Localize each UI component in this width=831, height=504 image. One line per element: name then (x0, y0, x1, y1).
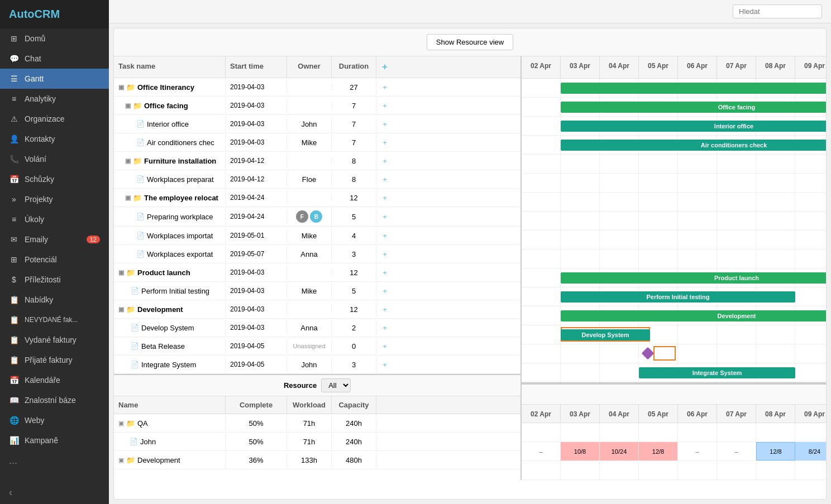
sidebar-item-gantt[interactable]: ☰ Gantt (0, 69, 109, 89)
collapse-icon[interactable]: ▣ (118, 457, 124, 464)
chat-icon: 💬 (9, 54, 19, 63)
add-subtask[interactable]: + (376, 265, 393, 280)
collapse-icon[interactable]: ▣ (118, 420, 124, 427)
task-start: 2019-05-07 (226, 247, 287, 261)
resource-filter-select[interactable]: All (321, 378, 351, 392)
resource-filter-bar: Resource All (114, 375, 520, 396)
sidebar-item-label: NEVYDANÉ fak... (25, 316, 78, 324)
gantt-bar-interior-office[interactable]: Interior office (561, 121, 827, 132)
add-subtask[interactable]: + (376, 80, 393, 95)
collapse-icon[interactable]: ▣ (125, 102, 131, 109)
sidebar-item-prijate[interactable]: 📋 Přijaté faktury (0, 350, 109, 370)
web-icon: 🌐 (9, 416, 19, 425)
task-duration: 5 (332, 209, 376, 224)
add-subtask[interactable]: + (376, 228, 393, 243)
sidebar-item-label: Analytiky (25, 94, 56, 103)
task-start: 2019-04-03 (226, 265, 287, 280)
sidebar-item-potencial[interactable]: ⊞ Potenciál (0, 249, 109, 270)
col-owner: Owner (287, 56, 332, 78)
file-icon: 📄 (131, 361, 139, 368)
table-row: 📄 Preparing workplace 2019-04-24 F B 5 + (114, 207, 520, 227)
task-name: Interior office (147, 120, 189, 128)
file-icon: 📄 (136, 175, 145, 183)
collapse-icon[interactable]: ▣ (125, 194, 131, 201)
sidebar-item-chat[interactable]: 💬 Chat (0, 49, 109, 69)
sidebar-item-schuzky[interactable]: 📅 Schůzky (0, 169, 109, 189)
collapse-icon[interactable]: ▣ (125, 157, 131, 165)
sidebar-item-vydane[interactable]: 📋 Vydané faktury (0, 330, 109, 350)
add-subtask[interactable]: + (376, 284, 393, 299)
add-subtask[interactable]: + (376, 357, 393, 372)
chart-row: Development (522, 306, 827, 325)
date-col: 03 Apr (561, 56, 600, 78)
sidebar-more[interactable]: ... (0, 450, 109, 471)
sidebar-item-organizace[interactable]: ⚠ Organizace (0, 109, 109, 129)
gantt-bar-product-launch[interactable]: Product launch (561, 272, 827, 284)
add-subtask[interactable]: + (376, 320, 393, 335)
sidebar-item-kontakty[interactable]: 👤 Kontakty (0, 129, 109, 149)
task-name-cell: 📄 Preparing workplace (114, 209, 226, 224)
calendars-icon: 📅 (9, 376, 19, 385)
table-row: 📄 Workplaces exportat 2019-05-07 Anna 3 … (114, 245, 520, 263)
chart-cell (717, 212, 756, 230)
chart-cell (600, 174, 639, 192)
collapse-icon[interactable]: ▣ (118, 84, 124, 91)
resource-date-headers: 02 Apr 03 Apr 04 Apr 05 Apr 06 Apr 07 Ap… (522, 405, 827, 423)
sidebar-item-kampane[interactable]: 📊 Kampaně (0, 430, 109, 450)
gantt-bar-office-itinerancy[interactable] (561, 83, 827, 94)
sidebar-item-prilezitosti[interactable]: $ Příležitosti (0, 270, 109, 290)
add-subtask[interactable]: + (376, 247, 393, 262)
add-subtask[interactable]: + (376, 302, 393, 317)
sidebar-item-nabidky[interactable]: 📋 Nabídky (0, 290, 109, 310)
sidebar-collapse[interactable]: ‹ (0, 481, 109, 504)
add-subtask[interactable]: + (376, 153, 393, 169)
gantt-bar-office-facing[interactable]: Office facing (561, 102, 827, 113)
sidebar-item-emaily[interactable]: ✉ Emaily 12 (0, 229, 109, 249)
add-subtask[interactable]: + (376, 209, 393, 224)
gantt-bar-air-conditioners[interactable]: Air conditioners check (561, 140, 827, 151)
add-subtask[interactable]: + (376, 172, 393, 187)
add-subtask[interactable]: + (376, 117, 393, 132)
sidebar-item-projekty[interactable]: » Projekty (0, 189, 109, 209)
gantt-bar-integrate-system[interactable]: Integrate System (639, 367, 795, 378)
chart-cell (678, 249, 717, 268)
collapse-icon[interactable]: ▣ (118, 306, 124, 313)
email-badge: 12 (87, 236, 100, 243)
add-task-icon[interactable]: + (382, 62, 387, 71)
add-subtask[interactable]: + (376, 190, 393, 205)
task-owner (287, 157, 332, 164)
projects-icon: » (9, 195, 19, 204)
col-add[interactable]: + (376, 56, 393, 78)
table-row: 📄 Perform Initial testing 2019-04-03 Mik… (114, 282, 520, 300)
search-input[interactable] (733, 4, 822, 18)
sidebar-item-analytiky[interactable]: ≡ Analytiky (0, 89, 109, 109)
gantt-bar-perform-initial-testing[interactable]: Perform Initial testing (561, 291, 795, 303)
knowledge-icon: 📖 (9, 396, 19, 405)
sidebar-item-weby[interactable]: 🌐 Weby (0, 410, 109, 430)
gantt-bar-develop-system[interactable]: Develop System (561, 329, 650, 340)
show-resource-button[interactable]: Show Resource view (427, 34, 513, 50)
potential-icon: ⊞ (9, 255, 19, 264)
chart-cell (600, 193, 639, 211)
add-subtask[interactable]: + (376, 98, 393, 113)
res-col-name: Name (114, 396, 226, 414)
add-subtask[interactable]: + (376, 339, 393, 354)
sidebar-item-domu[interactable]: ⊞ Domů (0, 28, 109, 49)
sidebar-item-ukoly[interactable]: ≡ Úkoly (0, 209, 109, 229)
collapse-icon[interactable]: ▣ (118, 269, 124, 276)
res-name-cell: 📄 John (114, 434, 226, 449)
chart-row (522, 212, 827, 231)
chart-cell (795, 212, 827, 230)
sidebar-item-kalendare[interactable]: 📅 Kalendáře (0, 370, 109, 390)
chart-cell (522, 174, 561, 192)
add-subtask[interactable]: + (376, 135, 393, 150)
resource-member-row: 📄 John 50% 71h 240h (114, 433, 520, 451)
table-row: ▣ 📁 Development 2019-04-03 12 + (114, 300, 520, 319)
res-chart-cell (717, 461, 756, 479)
sidebar-item-znalosti[interactable]: 📖 Znalostní báze (0, 390, 109, 410)
gantt-bar-development[interactable]: Development (561, 310, 827, 321)
sidebar-item-volani[interactable]: 📞 Volání (0, 149, 109, 169)
opportunities-icon: $ (9, 275, 19, 284)
sidebar-item-nevydane[interactable]: 📋 NEVYDANÉ fak... (0, 310, 109, 330)
task-owner (287, 102, 332, 109)
